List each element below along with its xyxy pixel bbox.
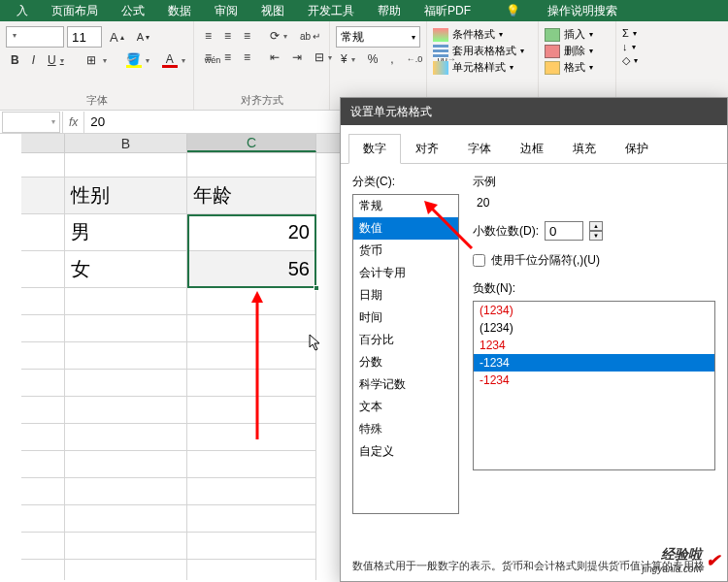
- tab-data[interactable]: 数据: [156, 0, 203, 21]
- negative-option[interactable]: 1234: [474, 337, 714, 354]
- italic-button[interactable]: I: [27, 50, 40, 70]
- comma-button[interactable]: ,: [385, 49, 398, 69]
- align-top-button[interactable]: ≡: [200, 26, 216, 46]
- category-percentage[interactable]: 百分比: [353, 329, 458, 351]
- cell-styles-button[interactable]: 单元格样式▾: [433, 59, 532, 76]
- category-scientific[interactable]: 科学记数: [353, 373, 458, 396]
- insert-icon: [545, 28, 560, 42]
- category-date[interactable]: 日期: [353, 284, 458, 307]
- category-custom[interactable]: 自定义: [353, 440, 458, 463]
- tab-review[interactable]: 审阅: [203, 0, 249, 21]
- underline-button[interactable]: U: [43, 50, 69, 70]
- autosum-button[interactable]: Σ▾: [622, 26, 649, 40]
- wrap-text-button[interactable]: ab↵: [295, 28, 325, 45]
- col-header-c[interactable]: C: [187, 134, 316, 152]
- table-format-icon: [433, 45, 448, 58]
- tell-me-search[interactable]: 💡操作说明搜索: [482, 0, 641, 21]
- format-cells-button[interactable]: 格式▾: [545, 59, 610, 76]
- category-label: 分类(C):: [352, 174, 459, 190]
- number-format-combo[interactable]: 常规▾: [336, 26, 420, 48]
- thousands-separator-checkbox[interactable]: [473, 254, 485, 267]
- conditional-format-icon: [433, 28, 448, 42]
- cell[interactable]: 女: [65, 251, 187, 288]
- fill-color-button[interactable]: 🪣: [121, 49, 154, 71]
- format-as-table-button[interactable]: 套用表格格式▾: [433, 43, 532, 59]
- paint-bucket-icon: 🪣: [126, 52, 142, 68]
- increase-font-button[interactable]: A▴: [105, 27, 129, 48]
- col-header-a-partial[interactable]: [21, 134, 65, 152]
- font-size-combo[interactable]: [67, 26, 102, 48]
- fill-button[interactable]: ↓▾: [622, 40, 649, 53]
- name-box[interactable]: ▾: [2, 112, 60, 133]
- tab-alignment[interactable]: 对齐: [401, 134, 453, 164]
- tab-protection[interactable]: 保护: [611, 134, 663, 164]
- delete-cells-button[interactable]: 删除▾: [545, 43, 610, 59]
- increase-indent-button[interactable]: ⇥: [287, 48, 307, 67]
- fx-button[interactable]: fx: [62, 112, 84, 133]
- bulb-icon: 💡: [494, 1, 532, 20]
- ribbon-tabs: 入 页面布局 公式 数据 审阅 视图 开发工具 帮助 福昕PDF 💡操作说明搜索: [0, 0, 728, 21]
- currency-button[interactable]: ¥: [336, 49, 360, 69]
- orientation-button[interactable]: ⟳: [265, 26, 292, 46]
- tab-border[interactable]: 边框: [506, 134, 558, 164]
- font-name-combo[interactable]: [6, 26, 64, 48]
- category-time[interactable]: 时间: [353, 307, 458, 329]
- bold-button[interactable]: B: [6, 50, 24, 70]
- tab-help[interactable]: 帮助: [366, 0, 413, 21]
- decrease-indent-button[interactable]: ⇤: [265, 48, 284, 67]
- cell[interactable]: [21, 214, 65, 251]
- tab-developer[interactable]: 开发工具: [296, 0, 366, 21]
- negative-option[interactable]: (1234): [474, 319, 714, 337]
- negative-numbers-list[interactable]: (1234) (1234) 1234 -1234 -1234: [473, 301, 715, 470]
- col-header-b[interactable]: B: [65, 134, 187, 152]
- border-button[interactable]: ⊞: [79, 49, 112, 71]
- dialog-tabs: 数字 对齐 字体 边框 填充 保护: [341, 125, 727, 164]
- cell-active[interactable]: 20: [187, 214, 316, 251]
- cell-b-header[interactable]: 性别: [65, 178, 187, 214]
- negative-option[interactable]: -1234: [474, 354, 714, 372]
- sample-label: 示例: [473, 174, 496, 190]
- negative-option[interactable]: -1234: [474, 372, 714, 389]
- cell[interactable]: [21, 251, 65, 288]
- cell-styles-icon: [433, 61, 448, 75]
- percent-button[interactable]: %: [363, 49, 383, 69]
- category-list[interactable]: 常规 数值 货币 会计专用 日期 时间 百分比 分数 科学记数 文本 特殊 自定…: [352, 194, 459, 514]
- cell-c-header[interactable]: 年龄: [187, 178, 316, 214]
- align-bottom-button[interactable]: ≡: [239, 26, 255, 46]
- font-color-button[interactable]: A: [157, 49, 190, 71]
- decimal-places-input[interactable]: [545, 221, 583, 241]
- align-right-button[interactable]: ≡: [239, 48, 255, 67]
- category-fraction[interactable]: 分数: [353, 351, 458, 373]
- clear-button[interactable]: ◇▾: [622, 53, 649, 68]
- insert-cells-button[interactable]: 插入▾: [545, 26, 610, 43]
- increase-decimal-button[interactable]: ←.0: [402, 51, 428, 67]
- category-general[interactable]: 常规: [353, 195, 458, 217]
- cell[interactable]: 56: [187, 251, 316, 288]
- tab-font[interactable]: 字体: [453, 134, 506, 164]
- tab-foxit-pdf[interactable]: 福昕PDF: [413, 0, 482, 21]
- tab-insert-partial[interactable]: 入: [5, 0, 40, 21]
- cell[interactable]: [21, 178, 65, 214]
- decrease-font-button[interactable]: A▾: [132, 28, 154, 46]
- category-text[interactable]: 文本: [353, 396, 458, 418]
- tab-number[interactable]: 数字: [348, 134, 401, 164]
- fill-handle[interactable]: [314, 285, 319, 291]
- tab-fill[interactable]: 填充: [558, 134, 611, 164]
- category-accounting[interactable]: 会计专用: [353, 262, 458, 284]
- align-middle-button[interactable]: ≡: [219, 26, 236, 46]
- tab-view[interactable]: 视图: [249, 0, 296, 21]
- cell[interactable]: 男: [65, 214, 187, 251]
- category-special[interactable]: 特殊: [353, 418, 458, 440]
- font-group-label: 字体: [6, 91, 187, 110]
- decimal-increase-button[interactable]: ▲: [589, 221, 603, 231]
- sample-value: 20: [473, 196, 489, 210]
- tab-page-layout[interactable]: 页面布局: [40, 0, 110, 21]
- negative-option[interactable]: (1234): [474, 302, 714, 319]
- category-number[interactable]: 数值: [353, 217, 458, 240]
- conditional-format-button[interactable]: 条件格式▾: [433, 26, 532, 43]
- align-center-button[interactable]: ≡: [219, 48, 236, 67]
- decimal-decrease-button[interactable]: ▼: [589, 231, 603, 241]
- category-currency[interactable]: 货币: [353, 240, 458, 262]
- tab-formulas[interactable]: 公式: [110, 0, 156, 21]
- align-left-button[interactable]: ≡: [200, 48, 216, 67]
